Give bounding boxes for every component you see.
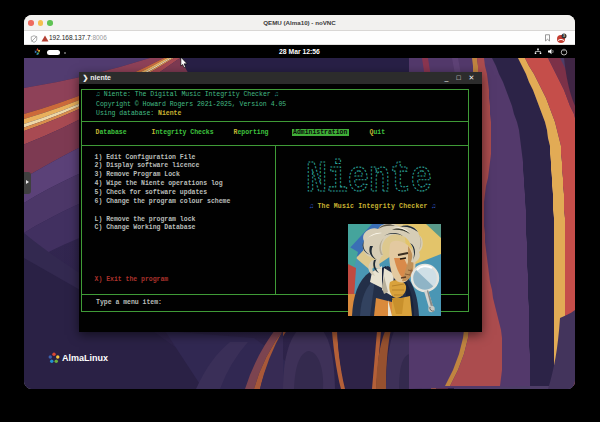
- svg-text:3: 3: [563, 34, 565, 38]
- svg-text:Niente: Niente: [306, 154, 432, 198]
